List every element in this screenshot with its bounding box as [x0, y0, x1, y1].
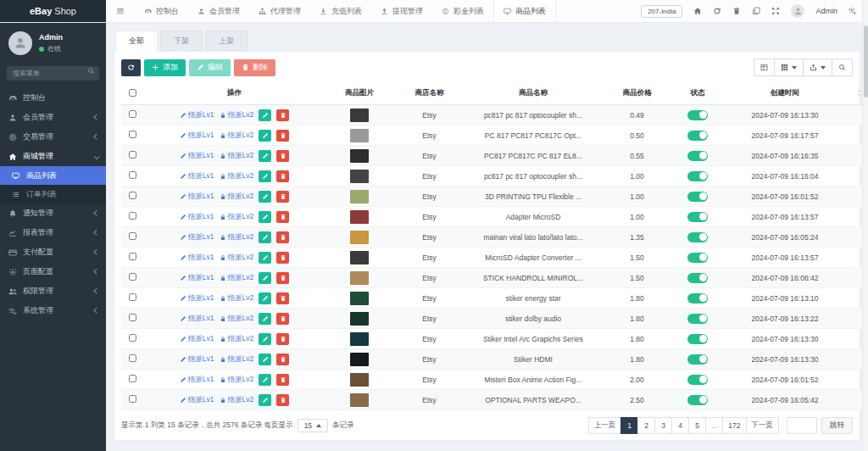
assign-lv1-link[interactable]: 指派Lv1: [180, 314, 214, 324]
product-thumbnail[interactable]: [350, 332, 369, 346]
edit-row-button[interactable]: [259, 333, 271, 345]
copy-icon[interactable]: [752, 7, 760, 15]
next-page-button[interactable]: 下一页: [746, 417, 780, 434]
sidebar-item-8[interactable]: 权限管理: [0, 281, 106, 301]
delete-row-button[interactable]: [276, 313, 289, 325]
delete-row-button[interactable]: [276, 292, 289, 304]
delete-row-button[interactable]: [276, 354, 289, 365]
assign-lv2-link[interactable]: 指派Lv2: [220, 212, 254, 222]
row-checkbox[interactable]: [129, 171, 136, 179]
page-4-button[interactable]: 4: [671, 417, 689, 434]
status-toggle[interactable]: [687, 293, 708, 303]
edit-row-button[interactable]: [259, 211, 271, 223]
delete-row-button[interactable]: [276, 333, 289, 345]
row-checkbox[interactable]: [129, 253, 136, 260]
sidebar-item-5[interactable]: 报表管理: [0, 223, 106, 242]
search-toggle-button[interactable]: [832, 58, 853, 76]
edit-row-button[interactable]: [259, 150, 271, 162]
assign-lv2-link[interactable]: 指派Lv2: [220, 232, 254, 242]
add-button[interactable]: 添加: [144, 59, 186, 76]
assign-lv1-link[interactable]: 指派Lv1: [180, 212, 214, 222]
nav-item-1[interactable]: 会员管理: [188, 0, 249, 22]
sidebar-subitem-1[interactable]: 订单列表: [0, 185, 106, 203]
page-172-button[interactable]: 172: [722, 417, 746, 434]
edit-row-button[interactable]: [259, 191, 271, 203]
status-toggle[interactable]: [687, 232, 708, 242]
delete-row-button[interactable]: [276, 109, 289, 121]
status-toggle[interactable]: [687, 192, 708, 202]
avatar[interactable]: [791, 4, 804, 18]
delete-row-button[interactable]: [276, 374, 289, 386]
status-toggle[interactable]: [687, 171, 708, 181]
delete-row-button[interactable]: [276, 211, 289, 223]
assign-lv1-link[interactable]: 指派Lv1: [180, 232, 214, 242]
assign-lv1-link[interactable]: 指派Lv1: [180, 110, 214, 120]
status-toggle[interactable]: [687, 212, 708, 222]
delete-row-button[interactable]: [276, 252, 289, 264]
delete-row-button[interactable]: [276, 231, 289, 243]
delete-row-button[interactable]: [276, 170, 289, 182]
row-checkbox[interactable]: [129, 110, 136, 118]
edit-button[interactable]: 编辑: [189, 59, 231, 76]
assign-lv1-link[interactable]: 指派Lv1: [180, 293, 214, 303]
sidebar-item-0[interactable]: 控制台: [0, 88, 106, 108]
assign-lv2-link[interactable]: 指派Lv2: [220, 293, 254, 303]
assign-lv2-link[interactable]: 指派Lv2: [220, 131, 254, 141]
status-toggle[interactable]: [687, 253, 708, 263]
sidebar-item-4[interactable]: 通知管理: [0, 203, 106, 223]
edit-row-button[interactable]: [259, 170, 271, 182]
toggle-view-button[interactable]: [754, 58, 775, 76]
product-thumbnail[interactable]: [350, 109, 369, 122]
row-checkbox[interactable]: [129, 375, 136, 382]
assign-lv2-link[interactable]: 指派Lv2: [220, 273, 254, 283]
status-toggle[interactable]: [687, 395, 708, 405]
sidebar-subitem-0[interactable]: 商品列表: [0, 166, 106, 185]
assign-lv1-link[interactable]: 指派Lv1: [180, 273, 214, 283]
status-toggle[interactable]: [687, 354, 708, 365]
status-toggle[interactable]: [687, 375, 708, 385]
sidebar-item-6[interactable]: 支付配置: [0, 242, 106, 262]
edit-row-button[interactable]: [259, 109, 271, 121]
prev-page-button[interactable]: 上一页: [588, 417, 622, 434]
edit-row-button[interactable]: [259, 130, 271, 142]
row-checkbox[interactable]: [129, 212, 136, 220]
assign-lv2-link[interactable]: 指派Lv2: [220, 110, 254, 120]
product-thumbnail[interactable]: [350, 149, 369, 163]
product-thumbnail[interactable]: [350, 231, 369, 244]
delete-row-button[interactable]: [276, 394, 289, 406]
sidebar-item-2[interactable]: 交易管理: [0, 127, 106, 147]
nav-item-5[interactable]: 彩金列表: [432, 0, 493, 22]
sidebar-item-1[interactable]: 会员管理: [0, 108, 106, 127]
home-icon[interactable]: [693, 7, 702, 15]
status-toggle[interactable]: [687, 273, 708, 283]
product-thumbnail[interactable]: [350, 312, 369, 326]
product-thumbnail[interactable]: [350, 393, 369, 407]
row-checkbox[interactable]: [129, 354, 136, 362]
edit-row-button[interactable]: [259, 394, 271, 406]
fullscreen-icon[interactable]: [771, 7, 780, 15]
edit-row-button[interactable]: [259, 272, 271, 284]
header-created-time[interactable]: 创建时间: [722, 82, 848, 105]
row-checkbox[interactable]: [129, 192, 136, 199]
row-checkbox[interactable]: [129, 232, 136, 240]
delete-button[interactable]: 删除: [234, 59, 275, 76]
row-checkbox[interactable]: [129, 334, 136, 342]
assign-lv2-link[interactable]: 指派Lv2: [220, 354, 254, 365]
assign-lv2-link[interactable]: 指派Lv2: [220, 395, 254, 405]
assign-lv2-link[interactable]: 指派Lv2: [220, 192, 254, 202]
product-thumbnail[interactable]: [350, 373, 369, 387]
jump-page-input[interactable]: [787, 417, 817, 434]
assign-lv2-link[interactable]: 指派Lv2: [220, 375, 254, 385]
delete-row-button[interactable]: [276, 130, 289, 142]
export-dropdown-button[interactable]: [803, 58, 832, 76]
sidebar-toggle-icon[interactable]: [106, 0, 135, 22]
assign-lv1-link[interactable]: 指派Lv1: [180, 375, 214, 385]
product-thumbnail[interactable]: [350, 210, 369, 224]
product-thumbnail[interactable]: [350, 170, 369, 183]
nav-item-6[interactable]: 商品列表: [493, 0, 556, 22]
sidebar-item-3[interactable]: 商城管理: [0, 147, 106, 166]
product-thumbnail[interactable]: [350, 251, 369, 264]
product-thumbnail[interactable]: [350, 353, 369, 366]
tab-on-shelf[interactable]: 上架: [205, 31, 248, 52]
tab-off-shelf[interactable]: 下架: [160, 31, 203, 52]
